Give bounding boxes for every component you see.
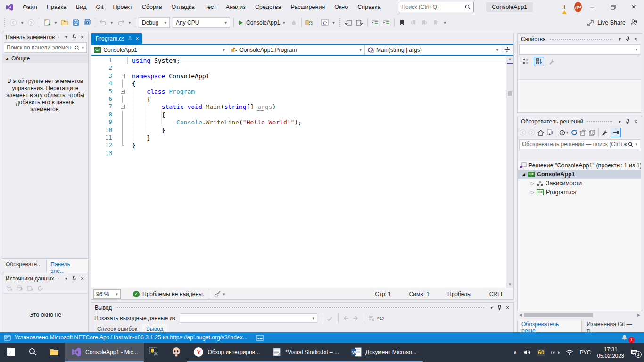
pin-icon[interactable] [495,304,504,312]
code-line[interactable]: 2 [91,64,506,72]
pin-icon[interactable] [624,118,632,125]
fold-toggle-icon[interactable]: − [121,90,125,94]
window-position-dropdown[interactable]: ▾ [616,118,624,125]
code-line[interactable]: 13 [91,149,506,157]
code-line[interactable]: 10 } [91,126,506,134]
code-line[interactable]: 9 Console.WriteLine("Hello World!"); [91,118,506,126]
word-wrap-button[interactable]: ab [377,315,384,321]
code-editor[interactable]: 1using System;23−namespace ConsoleApp14{… [91,56,513,288]
type-dropdown[interactable]: ConsoleApp1.Program▾ [228,45,365,55]
previous-message-button[interactable] [343,315,349,321]
forward-button[interactable] [528,129,535,136]
tree-item[interactable]: ◢C#ConsoleApp1 [518,170,641,179]
close-icon[interactable]: × [504,304,512,312]
menu-item[interactable]: Расширения [286,2,329,12]
menu-item[interactable]: Файл [18,2,41,12]
code-line[interactable]: 7− static void Main(string[] args) [91,103,506,110]
clear-bookmarks-button[interactable] [430,17,442,28]
next-message-button[interactable] [352,315,358,321]
battery-icon[interactable] [551,350,560,355]
menu-item[interactable]: Проект [109,2,137,12]
code-line[interactable]: 12} [91,141,506,149]
window-position-dropdown[interactable]: ▾ [616,35,624,43]
new-project-button[interactable] [41,17,52,28]
home-icon[interactable] [537,130,544,136]
member-dropdown[interactable]: Main(string[] args)▾ [365,45,501,55]
scroll-left-icon[interactable]: ◀ [517,313,524,317]
toolbar-grip[interactable] [4,18,6,27]
taskbar-item-visual-studio[interactable]: ConsoleApp1 - Mic... [65,343,144,362]
close-icon[interactable]: × [632,118,640,125]
pin-icon[interactable] [70,33,78,41]
horizontal-scrollbar[interactable]: ◀ ▶ [517,312,642,318]
menu-item[interactable]: Вид [72,2,91,12]
restore-button[interactable] [603,0,623,14]
output-source-combo[interactable]: ▾ [180,313,317,323]
object-selector-combo[interactable]: ▾ [519,44,640,55]
pin-icon[interactable] [128,36,132,41]
undo-button[interactable] [97,17,108,28]
code-cleanup-button[interactable]: ▾ [214,291,225,297]
close-icon[interactable]: × [135,35,139,42]
window-position-dropdown[interactable]: ▾ [487,304,495,312]
preview-selected-items-toggle[interactable] [611,128,621,137]
save-button[interactable] [70,17,82,28]
window-position-dropdown[interactable]: ▾ [62,33,70,41]
tree-expander-icon[interactable]: ◢ [520,172,527,177]
redo-dropdown[interactable]: ▾ [126,17,133,28]
collapse-all-button[interactable] [580,130,586,136]
spaces-indicator[interactable]: Пробелы [447,291,471,297]
navigate-back-dropdown[interactable]: ▾ [19,17,25,28]
hot-reload-button[interactable] [288,17,299,28]
property-pages-button[interactable] [547,57,557,66]
solution-explorer-search-input[interactable]: Обозреватель решений — поиск (Ctrl+ж ▾ [519,139,640,149]
line-indicator[interactable]: Стр: 1 [375,291,391,297]
menu-item[interactable]: Сборка [138,2,166,12]
clock[interactable]: 17:31 05.02.2023 [597,346,624,359]
menu-item[interactable]: Справка [353,2,385,12]
minimize-button[interactable]: ─ [582,0,603,14]
start-debugging-button[interactable]: ConsoleApp1▾ [236,17,288,28]
taskbar-item-search[interactable] [22,343,43,362]
previous-bookmark-button[interactable] [408,17,419,28]
code-line[interactable]: 4{ [91,80,506,87]
close-button[interactable]: × [623,0,644,14]
save-all-button[interactable] [82,17,93,28]
scrollbar-thumb[interactable] [524,313,593,317]
volume-icon[interactable] [523,349,531,355]
zoom-level-combo[interactable]: 96 %▾ [93,289,121,299]
fold-toggle-icon[interactable]: − [121,105,125,109]
navigate-forward-button[interactable] [25,17,37,28]
menu-item[interactable]: Тест [200,2,221,12]
refresh-icon[interactable] [37,285,43,291]
project-dropdown[interactable]: C# ConsoleApp1▾ [91,45,228,55]
code-line[interactable]: 6 { [91,95,506,103]
scrollbar-thumb[interactable] [508,91,512,96]
scroll-down-icon[interactable]: ▼ [506,281,513,288]
find-message-button[interactable] [327,315,333,321]
new-project-dropdown[interactable]: ▾ [52,17,59,28]
taskbar-item-explorer[interactable] [43,343,65,362]
decrease-indent-button[interactable] [370,17,381,28]
tree-item[interactable]: Решение "ConsoleApp1" (проекты: 1 из 1) [518,161,641,170]
toolbox-search-input[interactable]: Поиск по панели элемен ▾ [4,42,87,53]
add-data-source-button[interactable] [6,285,13,291]
tree-expander-icon[interactable]: ▷ [529,181,536,186]
navigate-back-button[interactable] [8,17,19,28]
edit-data-source-button[interactable] [27,285,33,291]
wrench-icon[interactable] [602,130,608,136]
alphabetical-sort-button[interactable]: AZ [534,57,544,66]
categorized-view-button[interactable] [520,57,531,66]
menu-item[interactable]: Окно [330,2,352,12]
tree-item[interactable]: ▷C#Program.cs [518,188,641,197]
pending-changes-filter-button[interactable]: ▾ [559,130,569,136]
close-icon[interactable]: × [78,275,86,282]
navigate-forward-content-button[interactable] [354,17,365,28]
outline-margin[interactable]: − [118,72,127,80]
menu-item[interactable]: Анализ [222,2,250,12]
column-indicator[interactable]: Симв: 1 [409,291,429,297]
feedback-button[interactable] [630,19,637,26]
code-line[interactable]: 1using System; [91,57,506,64]
pin-icon[interactable] [70,275,78,282]
menu-item[interactable]: Git [92,2,108,12]
